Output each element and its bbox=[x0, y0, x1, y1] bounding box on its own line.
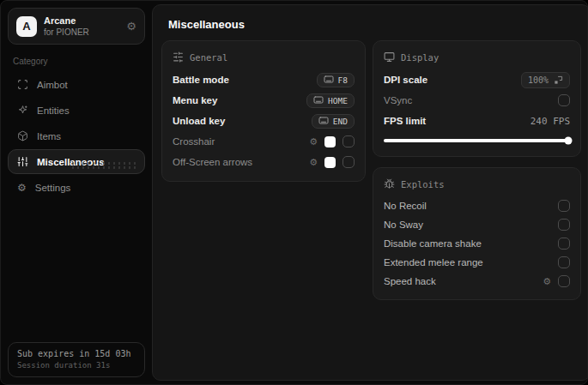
keybind-value: END bbox=[333, 117, 348, 126]
sparkles-icon bbox=[17, 105, 28, 116]
speed-hack-settings-icon[interactable]: ⚙ bbox=[543, 276, 551, 287]
setting-row-no-sway: No Sway bbox=[384, 215, 570, 234]
sidebar-item-miscellaneous[interactable]: Miscellaneous bbox=[8, 149, 145, 174]
setting-label: Extended melee range bbox=[384, 257, 483, 268]
sidebar-item-entities[interactable]: Entities bbox=[8, 98, 145, 123]
fps-slider-fill bbox=[384, 139, 568, 142]
sidebar-item-aimbot[interactable]: Aimbot bbox=[8, 72, 145, 97]
setting-row-no-recoil: No Recoil bbox=[384, 196, 570, 215]
crosshair-checkbox[interactable] bbox=[342, 135, 355, 147]
sidebar-item-label: Items bbox=[37, 131, 61, 141]
setting-label: DPI scale bbox=[384, 75, 427, 85]
sidebar-item-label: Settings bbox=[35, 183, 71, 193]
setting-row-menu-key: Menu key HOME bbox=[173, 90, 355, 111]
offscreen-arrows-controls: ⚙ bbox=[309, 156, 355, 168]
setting-row-battle-mode: Battle mode F8 bbox=[173, 69, 355, 90]
sliders-icon bbox=[17, 156, 28, 167]
fps-limit-slider[interactable] bbox=[384, 139, 570, 142]
page-title: Miscellaneous bbox=[168, 18, 588, 31]
fps-slider-thumb[interactable] bbox=[564, 137, 572, 145]
offscreen-arrows-settings-icon[interactable]: ⚙ bbox=[309, 157, 318, 168]
unload-key-keybind-button[interactable]: END bbox=[312, 114, 355, 129]
sidebar-item-label: Aimbot bbox=[37, 80, 68, 90]
session-duration-text: Session duration 31s bbox=[17, 361, 136, 370]
app-meta: Arcane for PIONER bbox=[44, 15, 119, 38]
setting-row-speed-hack: Speed hack ⚙ bbox=[384, 272, 570, 291]
sidebar-item-items[interactable]: Items bbox=[8, 123, 145, 148]
right-column: Display DPI scale 100% VSync bbox=[373, 40, 581, 300]
speed-hack-controls: ⚙ bbox=[543, 275, 570, 287]
setting-label: Disable camera shake bbox=[384, 238, 482, 249]
setting-label: Menu key bbox=[173, 95, 217, 105]
disable-camera-shake-checkbox[interactable] bbox=[558, 238, 570, 250]
bug-icon bbox=[384, 178, 395, 189]
setting-label: No Recoil bbox=[384, 201, 427, 211]
display-card-title: Display bbox=[401, 52, 439, 63]
keybind-value: F8 bbox=[338, 75, 348, 85]
app-window: A Arcane for PIONER ⚙ Category Aimbot En… bbox=[0, 0, 588, 385]
no-sway-checkbox[interactable] bbox=[558, 219, 570, 231]
setting-row-vsync: VSync bbox=[384, 90, 570, 111]
setting-row-disable-camera-shake: Disable camera shake bbox=[384, 234, 570, 253]
setting-row-fps-limit: FPS limit 240 FPS bbox=[384, 111, 570, 131]
display-card: Display DPI scale 100% VSync bbox=[373, 40, 581, 157]
setting-row-dpi-scale: DPI scale 100% bbox=[384, 69, 570, 90]
display-card-header: Display bbox=[384, 51, 570, 63]
gear-icon: ⚙ bbox=[17, 182, 27, 194]
monitor-icon bbox=[384, 51, 395, 63]
no-recoil-checkbox[interactable] bbox=[558, 200, 570, 212]
setting-row-offscreen-arrows: Off-Screen arrows ⚙ bbox=[173, 152, 355, 172]
content-area: General Battle mode F8 Menu key HOME bbox=[153, 40, 588, 300]
crosshair-settings-icon[interactable]: ⚙ bbox=[309, 136, 318, 147]
setting-label: Crosshair bbox=[173, 136, 215, 147]
setting-row-crosshair: Crosshair ⚙ bbox=[173, 131, 355, 152]
app-logo: A bbox=[16, 16, 37, 37]
keyboard-icon bbox=[313, 96, 324, 105]
app-header-card: A Arcane for PIONER ⚙ bbox=[8, 8, 145, 45]
setting-label: Off-Screen arrows bbox=[173, 157, 252, 167]
dpi-scale-value: 100% bbox=[528, 75, 549, 85]
keyboard-icon bbox=[318, 117, 329, 125]
sliders-horizontal-icon bbox=[173, 51, 184, 63]
offscreen-arrows-color-swatch[interactable] bbox=[324, 157, 336, 168]
general-card-title: General bbox=[190, 52, 227, 63]
sidebar-item-settings[interactable]: ⚙ Settings bbox=[8, 175, 145, 201]
general-card-header: General bbox=[173, 51, 355, 63]
exploits-card: Exploits No Recoil No Sway Disable camer… bbox=[373, 167, 581, 300]
crosshair-controls: ⚙ bbox=[309, 135, 355, 147]
scan-icon bbox=[17, 79, 28, 90]
setting-row-unload-key: Unload key END bbox=[173, 111, 355, 131]
fps-limit-value: 240 FPS bbox=[530, 116, 570, 127]
vsync-checkbox[interactable] bbox=[558, 94, 570, 106]
extended-melee-range-checkbox[interactable] bbox=[558, 256, 570, 268]
sub-expires-text: Sub expires in 15d 03h bbox=[17, 349, 136, 358]
subscription-info-box: Sub expires in 15d 03h Session duration … bbox=[8, 342, 145, 377]
setting-label: Speed hack bbox=[384, 276, 436, 286]
exploits-card-header: Exploits bbox=[384, 178, 570, 189]
sidebar-item-label: Entities bbox=[37, 105, 70, 116]
header-settings-icon[interactable]: ⚙ bbox=[126, 20, 136, 33]
app-subtitle: for PIONER bbox=[44, 27, 119, 38]
battle-mode-keybind-button[interactable]: F8 bbox=[317, 73, 355, 87]
sidebar-item-label: Miscellaneous bbox=[37, 157, 105, 167]
category-label: Category bbox=[13, 57, 140, 66]
sidebar: A Arcane for PIONER ⚙ Category Aimbot En… bbox=[1, 1, 152, 384]
sidebar-nav: Aimbot Entities Items Miscellaneous bbox=[8, 71, 145, 202]
main-panel: Miscellaneous General Battle mode F8 bbox=[152, 4, 588, 381]
package-icon bbox=[17, 130, 28, 141]
app-name: Arcane bbox=[44, 15, 119, 27]
setting-label: Unload key bbox=[173, 116, 225, 126]
menu-key-keybind-button[interactable]: HOME bbox=[306, 93, 355, 108]
speed-hack-checkbox[interactable] bbox=[558, 275, 570, 287]
general-card: General Battle mode F8 Menu key HOME bbox=[161, 40, 366, 182]
crosshair-color-swatch[interactable] bbox=[324, 136, 336, 147]
setting-label: No Sway bbox=[384, 220, 423, 230]
keybind-value: HOME bbox=[328, 96, 348, 105]
exploits-card-title: Exploits bbox=[401, 179, 445, 189]
dpi-scale-select[interactable]: 100% bbox=[521, 72, 570, 88]
setting-label: FPS limit bbox=[384, 116, 426, 126]
offscreen-arrows-checkbox[interactable] bbox=[342, 156, 355, 168]
keyboard-icon bbox=[324, 75, 334, 84]
scaling-icon bbox=[554, 75, 563, 85]
setting-row-extended-melee-range: Extended melee range bbox=[384, 253, 570, 272]
